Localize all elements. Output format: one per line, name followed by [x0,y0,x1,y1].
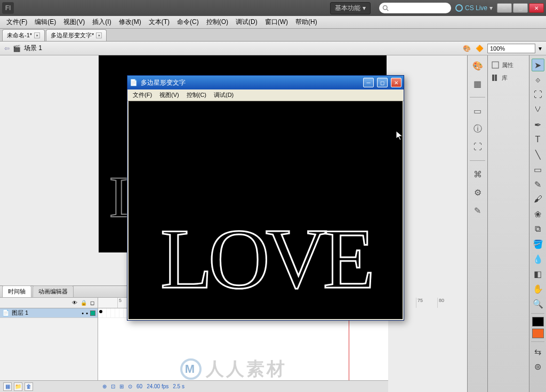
onion-skin-icon[interactable]: ⊕ [102,383,107,389]
elapsed-label: 2.5 s [173,383,184,389]
tab-motion-editor[interactable]: 动画编辑器 [33,285,74,297]
lock-icon[interactable]: 🔒 [81,300,87,306]
stroke-color-swatch[interactable] [532,317,544,326]
lasso-tool[interactable]: ᥎ [532,103,544,116]
document-tab[interactable]: 多边星形变文字* × [46,29,107,41]
tab-timeline[interactable]: 时间轴 [2,285,31,297]
zoom-select[interactable] [487,44,535,53]
deco-tool[interactable]: ❀ [532,208,544,220]
workspace-switcher[interactable]: 基本功能 ▾ [330,2,371,14]
new-layer-button[interactable]: ▦ [3,382,12,391]
svg-rect-4 [492,75,494,81]
edit-multiple-icon[interactable]: ⊞ [119,383,124,389]
tab-close-icon[interactable]: × [96,32,102,38]
preview-menu-file[interactable]: 文件(F) [130,90,155,100]
menu-help[interactable]: 帮助(H) [292,17,320,28]
align-icon[interactable]: ▭ [471,104,485,118]
eraser-tool[interactable]: ◧ [532,267,544,280]
layer-row[interactable]: 📄 图层 1 • • [0,308,98,318]
eye-icon[interactable]: 👁 [72,300,77,306]
cslive-button[interactable]: CS Live ▾ [455,4,493,12]
swatches-icon[interactable]: ▦ [471,77,485,91]
scene-icon: 🎬 [13,45,21,52]
preview-text: LOVE [160,210,371,308]
menu-window[interactable]: 窗口(W) [262,17,291,28]
transform-icon[interactable]: ⛶ [471,140,485,154]
center-frame-icon[interactable]: ⊙ [128,383,132,389]
menu-debug[interactable]: 调试(D) [232,17,261,28]
back-icon[interactable]: ⇦ [4,45,10,52]
preview-minimize-button[interactable]: ─ [363,78,374,87]
close-button[interactable]: ✕ [529,3,544,13]
zoom-tool[interactable]: 🔍 [532,297,544,310]
brush-tool[interactable]: 🖌 [532,193,544,206]
preview-titlebar[interactable]: 📄 多边星形变文字 ─ ◻ ✕ [127,76,404,89]
menu-commands[interactable]: 命令(C) [174,17,202,28]
menu-view[interactable]: 视图(V) [60,17,88,28]
outline-icon[interactable]: ◻ [90,300,94,306]
preview-window: 📄 多边星形变文字 ─ ◻ ✕ 文件(F) 视图(V) 控制(C) 调试(D) … [127,75,404,321]
preview-maximize-button[interactable]: ◻ [377,78,388,87]
preview-menu-debug[interactable]: 调试(D) [211,90,237,100]
menu-edit[interactable]: 编辑(E) [31,17,59,28]
paint-bucket-tool[interactable]: 🪣 [532,238,544,250]
app-titlebar: Fl 基本功能 ▾ CS Live ▾ ─ ◻ ✕ [0,0,546,16]
subselection-tool[interactable]: ⟐ [532,74,544,86]
layer-dot-icon[interactable]: • [86,310,88,316]
free-transform-tool[interactable]: ⛶ [532,88,544,101]
layer-label: 图层 1 [12,309,28,317]
line-tool[interactable]: ╲ [532,148,544,161]
code-icon[interactable]: ⌘ [471,167,485,181]
text-tool[interactable]: T [532,133,544,146]
palette-icon[interactable]: 🎨 [471,59,485,72]
ruler-tick: 80 [437,298,444,308]
library-tab[interactable]: 库 [488,71,529,84]
preview-menu-view[interactable]: 视图(V) [156,90,182,100]
menu-insert[interactable]: 插入(I) [89,17,114,28]
fill-color-swatch[interactable] [532,329,544,338]
menu-file[interactable]: 文件(F) [3,17,30,28]
properties-panel: 属性 库 [487,55,529,392]
selection-tool[interactable]: ➤ [532,59,544,71]
menu-text[interactable]: 文本(T) [146,17,173,28]
ruler-tick: 75 [416,298,423,308]
chevron-down-icon[interactable]: ▾ [539,45,542,52]
snap-icon[interactable]: ⊚ [532,360,544,373]
components-icon[interactable]: ⚙ [471,185,485,199]
brush-icon[interactable]: ✎ [471,203,485,217]
eyedropper-tool[interactable]: 💧 [532,252,544,265]
layer-dot-icon[interactable]: • [82,310,84,316]
layer-color-swatch[interactable] [90,311,95,316]
info-icon[interactable]: ⓘ [471,122,485,136]
pencil-tool[interactable]: ✎ [532,178,544,191]
tab-close-icon[interactable]: × [34,32,40,38]
menu-modify[interactable]: 修改(M) [116,17,144,28]
minimize-button[interactable]: ─ [497,3,512,13]
keyframe[interactable] [99,310,102,313]
document-tab[interactable]: 未命名-1* × [2,29,45,41]
svg-line-1 [387,9,388,11]
delete-layer-button[interactable]: 🗑 [25,382,33,391]
onion-outline-icon[interactable]: ⊡ [111,383,115,389]
symbol-icon[interactable]: 🔶 [475,44,484,53]
hand-tool[interactable]: ✋ [532,282,544,295]
properties-label: 属性 [502,61,513,69]
watermark-logo: M [180,358,202,380]
rectangle-tool[interactable]: ▭ [532,163,544,176]
properties-tab[interactable]: 属性 [488,59,529,71]
chevron-down-icon: ▾ [489,4,493,12]
maximize-button[interactable]: ◻ [513,3,528,13]
new-folder-button[interactable]: 📁 [14,382,22,391]
svg-rect-5 [495,75,497,81]
preview-menu-control[interactable]: 控制(C) [183,90,210,100]
edit-scene-icon[interactable]: 🎨 [462,44,471,53]
bone-tool[interactable]: ⧉ [532,223,544,235]
ruler-tick: 5 [117,298,122,308]
search-field[interactable] [379,3,451,13]
svg-rect-3 [492,62,499,68]
swap-colors-icon[interactable]: ⇆ [532,345,544,358]
pen-tool[interactable]: ✒ [532,118,544,131]
watermark: M 人人素材 [180,357,287,381]
preview-close-button[interactable]: ✕ [391,78,402,87]
menu-control[interactable]: 控制(O) [203,17,231,28]
